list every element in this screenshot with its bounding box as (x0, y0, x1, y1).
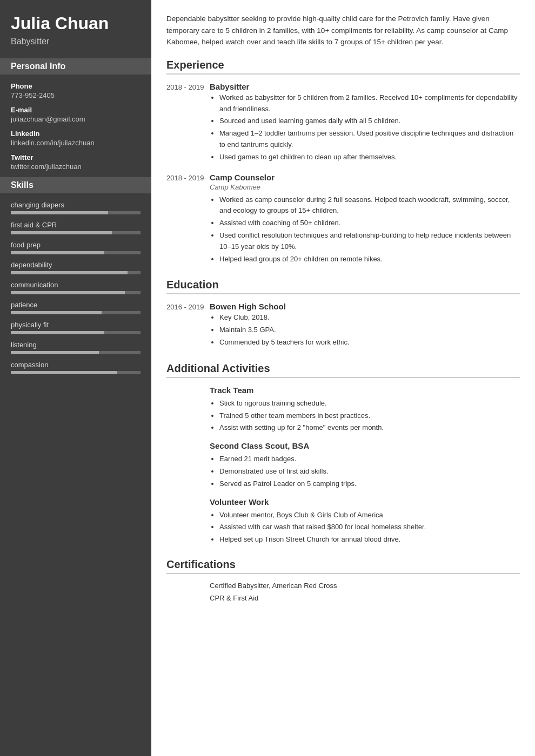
activities-list: Track TeamStick to rigorous training sch… (166, 386, 520, 545)
entry-content: BabysitterWorked as babysitter for 5 chi… (210, 82, 520, 164)
activity-entry: Volunteer WorkVolunteer mentor, Boys Clu… (166, 497, 520, 545)
education-list: 2016 - 2019Bowen High SchoolKey Club, 20… (166, 302, 520, 349)
personal-info-header: Personal Info (0, 58, 151, 75)
activity-title: Volunteer Work (210, 497, 520, 507)
skill-bar (11, 251, 141, 254)
list-item: Worked as camp counselor during 2 full s… (219, 194, 520, 217)
entry-title: Bowen High School (210, 302, 520, 311)
certifications-section: Certifications Certified Babysitter, Ame… (166, 558, 520, 602)
list-item: Managed 1–2 toddler tantrums per session… (219, 128, 520, 151)
email-value: juliazchuan@gmail.com (11, 115, 141, 123)
experience-header: Experience (166, 59, 520, 75)
skill-bar (11, 371, 141, 374)
list-item: Assisted with car wash that raised $800 … (219, 522, 520, 533)
entry-title: Camp Counselor (210, 173, 520, 182)
cert-text: Certified Babysitter, American Red Cross (210, 582, 520, 590)
skill-bar (11, 311, 141, 314)
entry-title: Babysitter (210, 82, 520, 91)
experience-list: 2018 - 2019BabysitterWorked as babysitte… (166, 82, 520, 266)
activity-bullets: Stick to rigorous training schedule.Trai… (210, 398, 520, 434)
skill-bar-fill (11, 311, 102, 314)
twitter-value: twitter.com/juliazchuan (11, 163, 141, 171)
education-section: Education 2016 - 2019Bowen High SchoolKe… (166, 279, 520, 349)
list-item: Worked as babysitter for 5 children from… (219, 92, 520, 115)
entry-dates: 2018 - 2019 (166, 173, 210, 266)
skill-bar-fill (11, 291, 125, 294)
table-row: 2018 - 2019Camp CounselorCamp KabomeeWor… (166, 173, 520, 266)
skill-bar-fill (11, 351, 99, 354)
entry-bullets: Worked as babysitter for 5 children from… (210, 92, 520, 163)
candidate-title: Babysitter (11, 37, 141, 46)
list-item: Key Club, 2018. (219, 312, 520, 323)
skill-bar-fill (11, 271, 128, 274)
cert-text: CPR & First Aid (210, 594, 520, 602)
activity-entry: Second Class Scout, BSAEarned 21 merit b… (166, 441, 520, 489)
list-item: Sourced and used learning games daily wi… (219, 116, 520, 127)
skill-label: physically fit (11, 321, 141, 329)
activities-section: Additional Activities Track TeamStick to… (166, 362, 520, 545)
list-item: Commended by 5 teachers for work ethic. (219, 337, 520, 348)
list-item: Trained 5 other team members in best pra… (219, 410, 520, 422)
table-row: 2018 - 2019BabysitterWorked as babysitte… (166, 82, 520, 164)
skills-header: Skills (0, 177, 151, 193)
list-item: Used conflict resolution techniques and … (219, 230, 520, 253)
skill-bar-fill (11, 211, 108, 214)
activity-title: Track Team (210, 386, 520, 395)
entry-dates: 2018 - 2019 (166, 82, 210, 164)
list-item: Helped lead groups of 20+ children on re… (219, 254, 520, 265)
sidebar: Julia Chuan Babysitter Personal Info Pho… (0, 0, 151, 756)
entry-bullets: Worked as camp counselor during 2 full s… (210, 194, 520, 265)
activity-title: Second Class Scout, BSA (210, 441, 520, 450)
email-label: E-mail (11, 106, 141, 114)
activity-entry: Track TeamStick to rigorous training sch… (166, 386, 520, 434)
linkedin-value: linkedin.com/in/juliazchuan (11, 139, 141, 147)
skill-label: communication (11, 281, 141, 289)
list-item: Served as Patrol Leader on 5 camping tri… (219, 478, 520, 490)
skill-bar (11, 291, 141, 294)
certifications-header: Certifications (166, 558, 520, 574)
certifications-list: Certified Babysitter, American Red Cross… (166, 582, 520, 602)
skill-label: changing diapers (11, 201, 141, 209)
main-content: Dependable babysitter seeking to provide… (151, 0, 535, 756)
skill-bar (11, 211, 141, 214)
list-item: Assisted with coaching of 50+ children. (219, 218, 520, 229)
candidate-name: Julia Chuan (11, 13, 141, 33)
skill-label: listening (11, 341, 141, 349)
skill-bar (11, 231, 141, 234)
education-header: Education (166, 279, 520, 294)
activity-bullets: Volunteer mentor, Boys Club & Girls Club… (210, 510, 520, 545)
list-item: Demonstrated use of first aid skills. (219, 466, 520, 477)
phone-value: 773-952-2405 (11, 91, 141, 99)
skills-list: changing diapersfirst aid & CPRfood prep… (11, 201, 141, 374)
list-item: Maintain 3.5 GPA. (219, 325, 520, 336)
list-item: Stick to rigorous training schedule. (219, 398, 520, 409)
list-item: Helped set up Trison Street Church for a… (219, 534, 520, 545)
experience-section: Experience 2018 - 2019BabysitterWorked a… (166, 59, 520, 266)
phone-label: Phone (11, 82, 141, 90)
skill-bar (11, 271, 141, 274)
entry-subtitle: Camp Kabomee (210, 183, 520, 191)
skill-bar (11, 331, 141, 334)
skill-bar-fill (11, 231, 112, 234)
skill-label: compassion (11, 361, 141, 369)
table-row: 2016 - 2019Bowen High SchoolKey Club, 20… (166, 302, 520, 349)
summary-text: Dependable babysitter seeking to provide… (166, 13, 520, 48)
entry-content: Camp CounselorCamp KabomeeWorked as camp… (210, 173, 520, 266)
entry-bullets: Key Club, 2018.Maintain 3.5 GPA.Commende… (210, 312, 520, 348)
skill-bar-fill (11, 331, 104, 334)
certification-item: CPR & First Aid (166, 594, 520, 602)
skill-bar-fill (11, 371, 117, 374)
certification-item: Certified Babysitter, American Red Cross (166, 582, 520, 590)
entry-dates: 2016 - 2019 (166, 302, 210, 349)
skill-label: dependability (11, 261, 141, 269)
activity-bullets: Earned 21 merit badges.Demonstrated use … (210, 454, 520, 489)
list-item: Earned 21 merit badges. (219, 454, 520, 465)
skill-label: patience (11, 301, 141, 309)
linkedin-label: LinkedIn (11, 130, 141, 138)
list-item: Used games to get children to clean up a… (219, 152, 520, 163)
skill-bar (11, 351, 141, 354)
twitter-label: Twitter (11, 153, 141, 161)
list-item: Volunteer mentor, Boys Club & Girls Club… (219, 510, 520, 521)
list-item: Assist with setting up for 2 "home" even… (219, 422, 520, 434)
skill-bar-fill (11, 251, 104, 254)
